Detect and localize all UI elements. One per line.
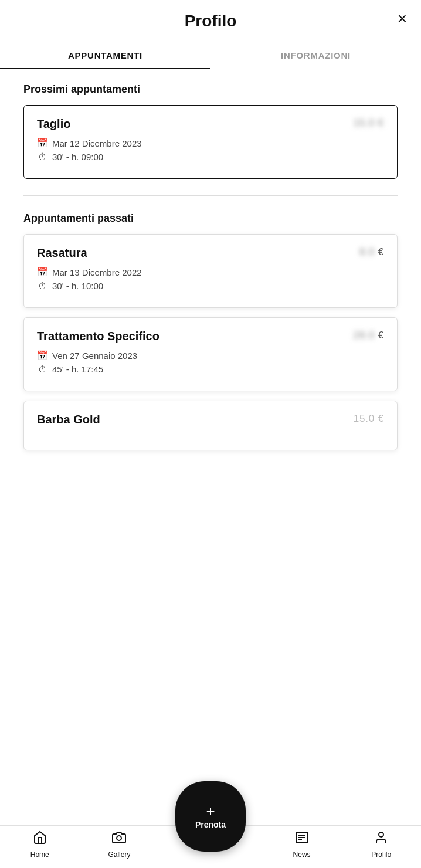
prenota-fab[interactable]: + Prenota <box>175 781 246 852</box>
card-header: Taglio 15.0 € <box>37 117 384 131</box>
nav-item-news[interactable]: News <box>279 830 325 859</box>
card-meta: 📅 Mar 12 Dicembre 2023 ⏱ 30' - h. 09:00 <box>37 138 384 162</box>
person-icon <box>374 830 388 848</box>
price-value: 15.0 € <box>354 117 384 128</box>
nav-label-home: Home <box>30 850 49 859</box>
nav-item-home[interactable]: Home <box>16 830 63 859</box>
nav-label-news: News <box>293 850 311 859</box>
upcoming-section-title: Prossimi appuntamenti <box>23 83 398 96</box>
fab-label: Prenota <box>195 820 226 829</box>
upcoming-card-0[interactable]: Taglio 15.0 € 📅 Mar 12 Dicembre 2023 ⏱ 3… <box>23 105 398 179</box>
card-date: Mar 12 Dicembre 2023 <box>52 138 142 148</box>
fab-plus-icon: + <box>206 803 215 819</box>
camera-icon <box>112 830 126 848</box>
card-date-row: 📅 Ven 27 Gennaio 2023 <box>37 350 384 361</box>
calendar-icon: 📅 <box>37 138 47 148</box>
past-card-1[interactable]: Trattamento Specifico 28.0 € 📅 Ven 27 Ge… <box>23 317 398 391</box>
content-area: Prossimi appuntamenti Taglio 15.0 € 📅 Ma… <box>0 69 421 530</box>
close-button[interactable]: × <box>398 11 407 27</box>
card-price: 8.0 € <box>359 246 384 258</box>
calendar-icon: 📅 <box>37 350 47 361</box>
nav-label-profile: Profilo <box>371 850 391 859</box>
card-date-row: 📅 Mar 12 Dicembre 2023 <box>37 138 384 148</box>
card-time-row: ⏱ 30' - h. 10:00 <box>37 281 384 291</box>
price-value: 8.0 <box>359 246 375 257</box>
price-value: 28.0 <box>354 330 375 341</box>
past-card-2[interactable]: Barba Gold 15.0 € <box>23 401 398 450</box>
svg-point-5 <box>379 832 383 837</box>
card-header: Barba Gold 15.0 € <box>37 413 384 426</box>
card-time: 30' - h. 10:00 <box>52 281 103 291</box>
card-time: 30' - h. 09:00 <box>52 152 103 162</box>
card-header: Trattamento Specifico 28.0 € <box>37 330 384 343</box>
tab-information[interactable]: INFORMAZIONI <box>210 42 421 69</box>
card-title: Barba Gold <box>37 413 100 426</box>
header: Profilo × <box>0 0 421 36</box>
nav-item-profile[interactable]: Profilo <box>358 830 405 859</box>
nav-label-gallery: Gallery <box>108 850 130 859</box>
card-meta: 📅 Ven 27 Gennaio 2023 ⏱ 45' - h. 17:45 <box>37 350 384 374</box>
card-date: Mar 13 Dicembre 2022 <box>52 267 142 277</box>
section-divider <box>23 195 398 196</box>
card-time: 45' - h. 17:45 <box>52 364 103 374</box>
past-card-0[interactable]: Rasatura 8.0 € 📅 Mar 13 Dicembre 2022 ⏱ … <box>23 234 398 308</box>
price-value: 15.0 € <box>354 413 384 424</box>
card-date-row: 📅 Mar 13 Dicembre 2022 <box>37 267 384 277</box>
clock-icon: ⏱ <box>37 281 47 291</box>
card-title: Trattamento Specifico <box>37 330 159 343</box>
card-time-row: ⏱ 30' - h. 09:00 <box>37 152 384 162</box>
page-title: Profilo <box>185 12 237 30</box>
tab-appointments[interactable]: APPUNTAMENTI <box>0 42 210 69</box>
card-price: 15.0 € <box>354 413 384 425</box>
card-price: 15.0 € <box>354 117 384 129</box>
tabs-container: APPUNTAMENTI INFORMAZIONI <box>0 42 421 69</box>
card-header: Rasatura 8.0 € <box>37 246 384 260</box>
clock-icon: ⏱ <box>37 364 47 374</box>
nav-item-gallery[interactable]: Gallery <box>96 830 142 859</box>
svg-point-0 <box>117 836 121 840</box>
past-section-title: Appuntamenti passati <box>23 212 398 225</box>
card-title: Rasatura <box>37 246 87 260</box>
card-date: Ven 27 Gennaio 2023 <box>52 351 137 361</box>
card-meta: 📅 Mar 13 Dicembre 2022 ⏱ 30' - h. 10:00 <box>37 267 384 291</box>
calendar-icon: 📅 <box>37 267 47 277</box>
card-price: 28.0 € <box>354 330 384 341</box>
home-icon <box>33 830 47 848</box>
card-title: Taglio <box>37 117 70 131</box>
clock-icon: ⏱ <box>37 152 47 162</box>
news-icon <box>295 830 309 848</box>
card-time-row: ⏱ 45' - h. 17:45 <box>37 364 384 374</box>
